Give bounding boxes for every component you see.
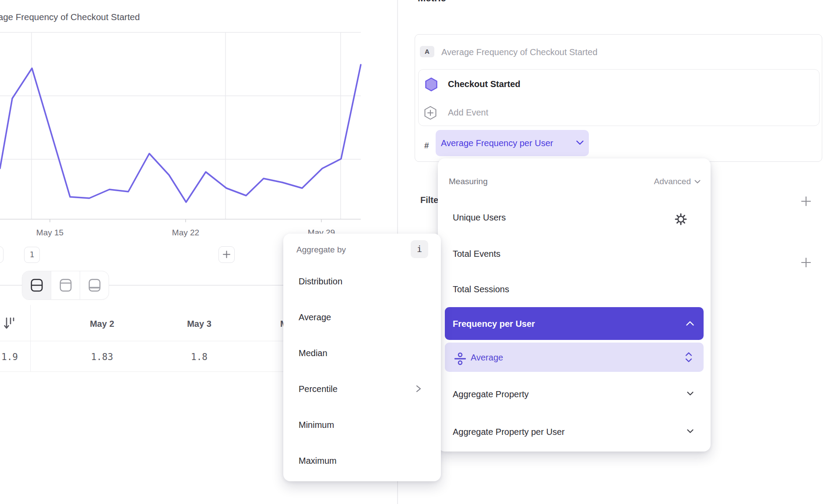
menu-item-percentile[interactable]: Percentile [299, 384, 338, 394]
x-tick-label-may15: May 15 [30, 228, 70, 238]
event-name[interactable]: Checkout Started [448, 79, 521, 89]
x-tick-label-may22: May 22 [166, 228, 205, 238]
layout-toggle-group [22, 271, 109, 300]
metric-name[interactable]: Average Frequency of Checkout Started [441, 47, 598, 57]
table-column-divider [30, 305, 31, 371]
page-number-badge[interactable]: 1 [24, 247, 40, 263]
menu-item-aggregate-property-per-user[interactable]: Aggregate Property per User [453, 427, 565, 437]
table-header-may3[interactable]: May 3 [173, 319, 225, 329]
average-divide-icon [454, 352, 466, 365]
sort-descending-icon[interactable] [4, 317, 17, 331]
chevron-up-icon[interactable] [686, 321, 694, 326]
add-series-button[interactable] [218, 246, 235, 263]
table-cell-value: 1.83 [76, 352, 128, 362]
top-panel-view-icon [60, 279, 72, 292]
app-screen: Average Frequency of Checkout Started Ma… [0, 0, 831, 504]
chart-x-ticks [50, 219, 321, 222]
gear-icon[interactable] [675, 213, 687, 225]
chevron-down-icon[interactable] [687, 429, 694, 434]
menu-item-distribution[interactable]: Distribution [299, 276, 342, 287]
menu-item-total-sessions[interactable]: Total Sessions [453, 284, 509, 294]
layout-chart-only-toggle[interactable] [51, 271, 80, 299]
chevron-down-icon[interactable] [687, 392, 694, 396]
add-event-button[interactable]: Add Event [448, 107, 488, 118]
advanced-toggle[interactable]: Advanced [626, 177, 701, 186]
measuring-menu [438, 158, 711, 452]
measuring-menu-header: Measuring [449, 177, 488, 186]
info-icon[interactable]: i [411, 240, 428, 258]
submenu-average-label[interactable]: Average [471, 352, 503, 363]
table-cell-value: 1.9 [0, 352, 23, 362]
chevron-right-icon [416, 385, 421, 392]
menu-item-minimum[interactable]: Minimum [299, 420, 334, 430]
layout-split-toggle[interactable] [22, 271, 51, 299]
split-view-icon [31, 279, 43, 292]
measurement-pill-label[interactable]: Average Frequency per User [441, 138, 553, 148]
chevron-down-icon [694, 180, 701, 184]
advanced-label: Advanced [654, 177, 691, 186]
menu-item-total-events[interactable]: Total Events [453, 248, 500, 259]
metric-letter-badge: A [420, 46, 434, 57]
plus-icon [223, 251, 230, 258]
selected-item-label[interactable]: Frequency per User [453, 318, 535, 329]
table-header-may2[interactable]: May 2 [76, 319, 128, 329]
measurement-hash-label: # [424, 141, 429, 150]
add-event-icon [424, 106, 437, 120]
metric-section-heading: Metric [418, 0, 446, 4]
menu-item-unique-users[interactable]: Unique Users [453, 212, 506, 223]
menu-item-maximum[interactable]: Maximum [299, 455, 337, 466]
chart-series-line [0, 65, 361, 202]
menu-item-aggregate-property[interactable]: Aggregate Property [453, 389, 528, 399]
table-cell-value: 1.8 [173, 352, 225, 362]
line-chart[interactable] [0, 0, 398, 244]
add-breakdown-button[interactable] [801, 257, 811, 268]
chevron-down-icon[interactable] [576, 140, 584, 145]
chart-gridlines [0, 32, 361, 219]
aggregate-by-header: Aggregate by [296, 245, 346, 255]
menu-item-average[interactable]: Average [299, 312, 331, 322]
unfold-chevrons-icon[interactable] [685, 352, 692, 363]
add-filter-button[interactable] [801, 196, 811, 206]
menu-item-median[interactable]: Median [299, 348, 327, 358]
layout-table-only-toggle[interactable] [80, 271, 109, 299]
event-hexagon-icon [425, 77, 438, 91]
bottom-panel-view-icon [88, 279, 101, 292]
clipped-control-button[interactable] [0, 246, 4, 263]
